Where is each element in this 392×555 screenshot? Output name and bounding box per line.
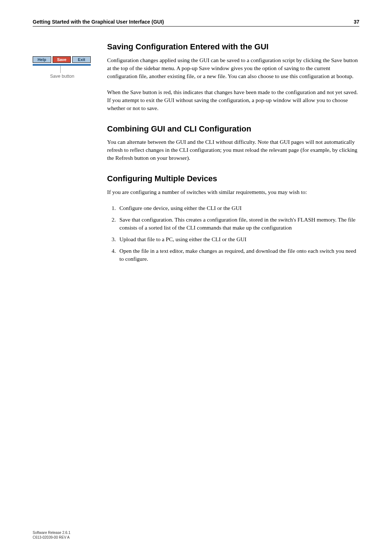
para: When the Save button is red, this indica… (107, 88, 359, 112)
section-saving-config: Saving Configuration Entered with the GU… (107, 42, 359, 112)
page-footer: Software Release 2.6.1 C613-02039-00 REV… (33, 530, 70, 540)
heading-combining: Combining GUI and CLI Configuration (107, 124, 359, 134)
page-number: 37 (354, 19, 359, 25)
figure-sidebar: Help Save Exit Save button (33, 42, 107, 82)
toolbar-diagram: Help Save Exit Save button (33, 56, 103, 82)
callout-label: Save button (50, 74, 74, 79)
main-content: Saving Configuration Entered with the GU… (107, 42, 359, 275)
list-item: Save that configuration. This creates a … (117, 216, 359, 232)
diagram-underbar (33, 64, 91, 66)
page-header: Getting Started with the Graphical User … (33, 19, 359, 27)
header-title: Getting Started with the Graphical User … (33, 19, 164, 25)
list-item: Open the file in a text editor, make cha… (117, 247, 359, 263)
callout-line (60, 66, 61, 73)
para-intro: If you are configuring a number of switc… (107, 188, 359, 196)
diagram-exit-button: Exit (72, 56, 91, 63)
heading-saving-config: Saving Configuration Entered with the GU… (107, 42, 359, 52)
list-item: Upload that file to a PC, using either t… (117, 235, 359, 243)
footer-docid: C613-02039-00 REV A (33, 535, 70, 540)
diagram-help-button: Help (33, 56, 51, 63)
steps-list: Configure one device, using either the C… (107, 204, 359, 263)
para: You can alternate between the GUI and th… (107, 138, 359, 162)
footer-release: Software Release 2.6.1 (33, 530, 70, 535)
section-combining: Combining GUI and CLI Configuration You … (107, 124, 359, 162)
list-item: Configure one device, using either the C… (117, 204, 359, 212)
diagram-save-button: Save (53, 56, 71, 63)
section-multiple-devices: Configuring Multiple Devices If you are … (107, 174, 359, 263)
para: Configuration changes applied using the … (107, 56, 359, 80)
heading-multiple-devices: Configuring Multiple Devices (107, 174, 359, 184)
